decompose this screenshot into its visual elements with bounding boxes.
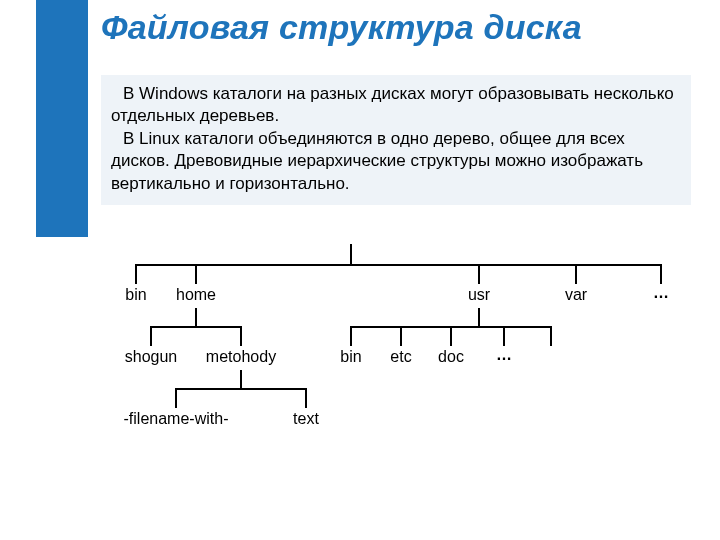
tree-node-bin: bin — [125, 286, 146, 304]
tree-node-usr-bin: bin — [340, 348, 361, 366]
tree-connector — [150, 326, 240, 328]
tree-connector — [175, 388, 305, 390]
tree-connector — [575, 264, 577, 284]
tree-connector — [478, 264, 480, 284]
tree-node-usr-doc: doc — [438, 348, 464, 366]
page-title: Файловая структура диска — [101, 8, 582, 47]
tree-connector — [240, 326, 242, 346]
tree-connector — [135, 264, 660, 266]
tree-node-var: var — [565, 286, 587, 304]
tree-connector — [150, 326, 152, 346]
tree-node-usr-etc: etc — [390, 348, 411, 366]
tree-connector — [660, 264, 662, 284]
tree-connector — [350, 326, 352, 346]
tree-node-ellipsis-2: … — [496, 346, 512, 364]
tree-connector — [450, 326, 452, 346]
tree-connector — [550, 326, 552, 346]
tree-node-usr: usr — [468, 286, 490, 304]
tree-node-text: text — [293, 410, 319, 428]
description-p2: В Linux каталоги объединяются в одно дер… — [111, 128, 681, 195]
tree-connector — [350, 244, 352, 264]
tree-connector — [503, 326, 505, 346]
description-p1: В Windows каталоги на разных дисках могу… — [111, 83, 681, 128]
tree-connector — [195, 264, 197, 284]
tree-node-ellipsis-1: … — [653, 284, 669, 302]
tree-connector — [400, 326, 402, 346]
tree-connector — [195, 308, 197, 326]
tree-node-filename: -filename-with- — [124, 410, 229, 428]
tree-connector — [175, 388, 177, 408]
tree-connector — [350, 326, 550, 328]
tree-node-home: home — [176, 286, 216, 304]
sidebar-stripe — [36, 0, 88, 237]
tree-node-metohody: metohody — [206, 348, 276, 366]
description-box: В Windows каталоги на разных дисках могу… — [101, 75, 691, 205]
tree-connector — [240, 370, 242, 388]
tree-connector — [135, 264, 137, 284]
tree-connector — [305, 388, 307, 408]
tree-node-shogun: shogun — [125, 348, 178, 366]
tree-connector — [478, 308, 480, 326]
